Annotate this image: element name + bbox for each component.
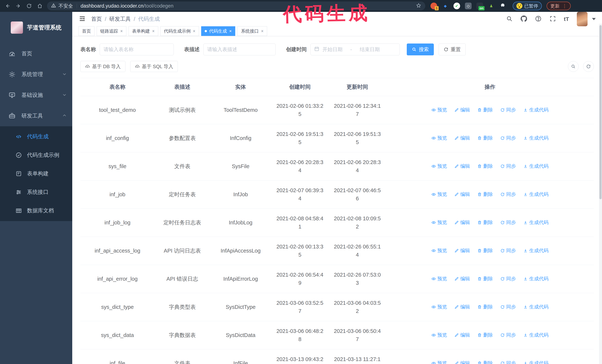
extension-icon[interactable]: on <box>476 3 483 9</box>
preview-link[interactable]: 预览 <box>431 219 447 226</box>
generate-code-link[interactable]: 生成代码 <box>523 163 548 169</box>
sync-link[interactable]: 同步 <box>500 135 516 141</box>
sidebar-item-devtools[interactable]: 研发工具 <box>0 105 72 126</box>
sidebar-item-system[interactable]: 系统管理 <box>0 64 72 85</box>
sidebar-item-codegen-example[interactable]: 代码生成示例 <box>0 146 72 164</box>
profile-paused-badge[interactable]: 已暂停 <box>513 2 542 10</box>
sync-link[interactable]: 同步 <box>500 332 516 338</box>
scrollbar-thumb[interactable] <box>599 25 602 199</box>
extension-icon[interactable]: 1 <box>430 3 437 9</box>
help-icon[interactable] <box>535 15 542 23</box>
browser-back-icon[interactable] <box>4 2 11 10</box>
browser-update-button[interactable]: 更新 ⋮ <box>547 2 571 10</box>
user-avatar[interactable] <box>577 12 588 26</box>
close-icon[interactable]: × <box>229 29 232 33</box>
preview-link[interactable]: 预览 <box>431 332 447 338</box>
extension-icon[interactable]: ◇ <box>465 3 472 9</box>
import-sql-button[interactable]: 基于 SQL 导入 <box>130 61 178 72</box>
delete-link[interactable]: 删除 <box>477 332 493 338</box>
delete-link[interactable]: 删除 <box>477 163 493 169</box>
generate-code-link[interactable]: 生成代码 <box>523 332 548 338</box>
delete-link[interactable]: 删除 <box>477 219 493 226</box>
edit-link[interactable]: 编辑 <box>454 219 470 226</box>
tab-codegen-example[interactable]: 代码生成示例× <box>161 26 199 36</box>
sync-link[interactable]: 同步 <box>500 219 516 226</box>
edit-link[interactable]: 编辑 <box>454 360 470 364</box>
sidebar-item-home[interactable]: 首页 <box>0 43 72 64</box>
app-logo-row[interactable]: 芋道管理系统 <box>0 12 72 43</box>
sync-link[interactable]: 同步 <box>500 163 516 169</box>
delete-link[interactable]: 删除 <box>477 135 493 141</box>
browser-reload-icon[interactable] <box>26 2 32 10</box>
edit-link[interactable]: 编辑 <box>454 304 470 310</box>
close-icon[interactable]: × <box>261 29 264 33</box>
sidebar-item-db-doc[interactable]: 数据库文档 <box>0 201 72 220</box>
sync-link[interactable]: 同步 <box>500 360 516 364</box>
extension-icon[interactable]: ✔ <box>453 3 460 9</box>
security-warning-icon[interactable] <box>51 3 56 9</box>
fullscreen-icon[interactable] <box>549 15 556 23</box>
tab-form-builder[interactable]: 表单构建× <box>129 26 158 36</box>
github-icon[interactable] <box>520 15 527 23</box>
generate-code-link[interactable]: 生成代码 <box>523 135 548 141</box>
edit-link[interactable]: 编辑 <box>454 332 470 338</box>
breadcrumb-devtools[interactable]: 研发工具 <box>109 15 131 23</box>
delete-link[interactable]: 删除 <box>477 275 493 282</box>
delete-link[interactable]: 删除 <box>477 304 493 310</box>
generate-code-link[interactable]: 生成代码 <box>523 107 548 113</box>
sync-link[interactable]: 同步 <box>500 275 516 282</box>
generate-code-link[interactable]: 生成代码 <box>523 219 548 226</box>
puzzle-extensions-icon[interactable] <box>499 3 506 9</box>
sidebar-item-form-builder[interactable]: 表单构建 <box>0 164 72 183</box>
delete-link[interactable]: 删除 <box>477 360 493 364</box>
generate-code-link[interactable]: 生成代码 <box>523 360 548 364</box>
generate-code-link[interactable]: 生成代码 <box>523 247 548 254</box>
preview-link[interactable]: 预览 <box>431 275 447 282</box>
edit-link[interactable]: 编辑 <box>454 191 470 198</box>
search-button[interactable]: 搜索 <box>407 43 434 55</box>
edit-link[interactable]: 编辑 <box>454 247 470 254</box>
delete-link[interactable]: 删除 <box>477 247 493 254</box>
edit-link[interactable]: 编辑 <box>454 135 470 141</box>
toggle-search-button[interactable] <box>568 61 579 72</box>
sync-link[interactable]: 同步 <box>500 191 516 198</box>
hamburger-icon[interactable] <box>78 15 86 23</box>
page-scrollbar[interactable] <box>599 24 602 364</box>
reset-button[interactable]: 重置 <box>439 43 466 55</box>
preview-link[interactable]: 预览 <box>431 191 447 198</box>
tab-system-api[interactable]: 系统接口× <box>237 26 267 36</box>
preview-link[interactable]: 预览 <box>431 135 447 141</box>
tab-codegen[interactable]: 代码生成× <box>201 26 235 36</box>
browser-forward-icon[interactable] <box>15 2 22 10</box>
table-desc-input[interactable] <box>203 43 276 55</box>
tab-home[interactable]: 首页 <box>78 26 95 36</box>
preview-link[interactable]: 预览 <box>431 360 447 364</box>
generate-code-link[interactable]: 生成代码 <box>523 275 548 282</box>
tab-tracing[interactable]: 链路追踪× <box>97 26 126 36</box>
delete-link[interactable]: 删除 <box>477 107 493 113</box>
preview-link[interactable]: 预览 <box>431 247 447 254</box>
sync-link[interactable]: 同步 <box>500 247 516 254</box>
sidebar-item-infra[interactable]: 基础设施 <box>0 85 72 105</box>
preview-link[interactable]: 预览 <box>431 304 447 310</box>
sidebar-item-codegen[interactable]: 代码生成 <box>0 127 72 146</box>
refresh-table-button[interactable] <box>583 61 594 72</box>
close-icon[interactable]: × <box>152 29 155 33</box>
table-name-input[interactable] <box>100 43 174 55</box>
extension-icon[interactable]: ◆ <box>442 3 449 9</box>
preview-link[interactable]: 预览 <box>431 107 447 113</box>
avatar-caret-icon[interactable] <box>592 18 596 20</box>
import-db-button[interactable]: 基于 DB 导入 <box>80 61 125 72</box>
font-size-icon[interactable]: tT <box>564 16 569 22</box>
browser-home-icon[interactable] <box>36 2 43 10</box>
address-bar[interactable]: 不安全 dashboard.yudao.iocoder.cn/tool/code… <box>47 1 425 10</box>
sidebar-item-system-api[interactable]: 系统接口 <box>0 183 72 201</box>
sync-link[interactable]: 同步 <box>500 304 516 310</box>
generate-code-link[interactable]: 生成代码 <box>523 304 548 310</box>
delete-link[interactable]: 删除 <box>477 191 493 198</box>
edit-link[interactable]: 编辑 <box>454 163 470 169</box>
edit-link[interactable]: 编辑 <box>454 107 470 113</box>
extension-icon[interactable]: ♟ <box>488 3 494 9</box>
preview-link[interactable]: 预览 <box>431 163 447 169</box>
search-icon[interactable] <box>506 15 513 23</box>
